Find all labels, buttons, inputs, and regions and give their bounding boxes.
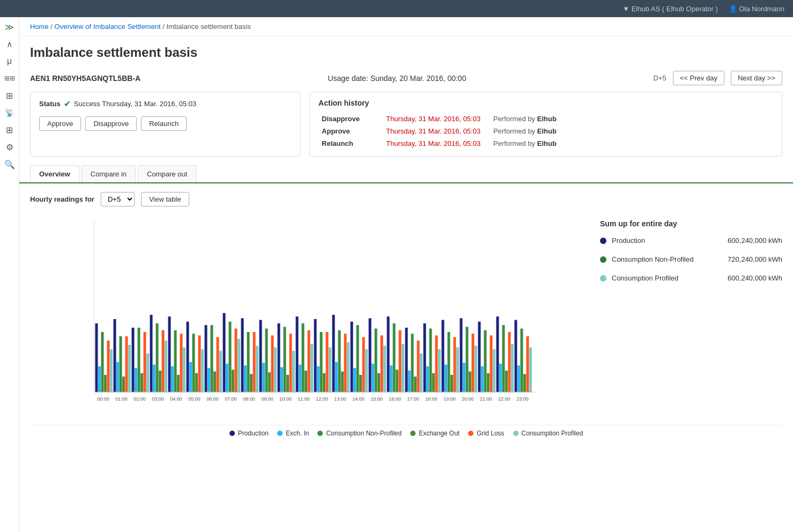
bar-segment <box>511 344 514 392</box>
sum-dot <box>600 238 606 244</box>
action-name: Relaunch <box>318 137 383 150</box>
bar-segment <box>198 335 201 392</box>
bar-segment <box>284 327 286 392</box>
bar-segment <box>521 329 523 392</box>
legend-item: Consumption Profiled <box>513 430 583 437</box>
sidebar-icon-search[interactable]: 🔍 <box>2 157 17 172</box>
sidebar-icon-data[interactable]: ⊞⊞ <box>2 71 17 86</box>
view-table-button[interactable]: View table <box>141 192 189 206</box>
bar-segment <box>241 318 244 392</box>
action-row: Relaunch Thursday, 31 Mar. 2016, 05:03 P… <box>318 137 773 150</box>
bar-segment <box>271 335 274 392</box>
bar-segment <box>265 329 268 392</box>
sidebar-icon-grid[interactable]: ⊞ <box>2 122 17 137</box>
bar-segment <box>226 364 228 392</box>
status-text: Success Thursday, 31 Mar. 2016, 05:03 <box>74 100 197 108</box>
bar-segment <box>375 329 377 392</box>
bar-segment <box>481 366 484 392</box>
bar-segment <box>250 374 253 392</box>
bar-segment <box>529 348 532 392</box>
bar-segment <box>369 318 372 392</box>
svg-text:01:00: 01:00 <box>115 396 128 402</box>
sidebar-icon-table[interactable]: ⊞ <box>2 88 17 103</box>
next-day-button[interactable]: Next day >> <box>731 71 782 85</box>
bar-segment <box>466 327 469 392</box>
tab-compare-out[interactable]: Compare out <box>138 165 196 182</box>
bar-segment <box>278 323 280 392</box>
bar-segment <box>405 328 408 392</box>
sidebar-icon-menu[interactable]: ≫ <box>2 19 17 34</box>
sidebar: ≫ ∧ μ ⊞⊞ ⊞ 📡 ⊞ ⚙ 🔍 <box>0 17 19 532</box>
bar-segment <box>128 345 131 392</box>
relaunch-button[interactable]: Relaunch <box>141 116 187 131</box>
bar-segment <box>435 335 438 392</box>
sum-title: Sum up for entire day <box>600 219 782 228</box>
bar-segment <box>156 323 159 392</box>
bar-segment <box>341 372 344 392</box>
company-dropdown-icon[interactable]: ▼ <box>622 5 629 13</box>
legend-dot <box>468 431 473 436</box>
hourly-label: Hourly readings for <box>30 195 94 203</box>
d-select[interactable]: D+5 D+1 D+2 D+3 D+4 <box>101 192 135 206</box>
bar-segment <box>140 373 143 392</box>
bar-segment <box>144 332 146 392</box>
tab-compare-in[interactable]: Compare in <box>81 165 136 182</box>
bar-segment <box>290 334 292 392</box>
bar-segment <box>460 318 463 392</box>
usage-date: Usage date: Sunday, 20 Mar. 2016, 00:00 <box>328 74 466 83</box>
bar-segment <box>211 325 213 392</box>
bar-segment <box>411 334 414 392</box>
bar-segment <box>456 348 459 392</box>
bar-segment <box>201 349 204 392</box>
bar-segment <box>508 332 511 392</box>
bar-segment <box>448 332 450 392</box>
status-panel: Status ✔ Success Thursday, 31 Mar. 2016,… <box>30 92 301 157</box>
bar-segment <box>104 375 107 392</box>
legend-dot <box>229 431 235 436</box>
bar-segment <box>444 365 447 392</box>
bar-segment <box>189 362 192 392</box>
topbar: ▼ Elhub AS ( Elhub Operator ) 👤 Ola Nord… <box>0 0 793 17</box>
svg-text:09:00: 09:00 <box>261 396 273 402</box>
sum-item-name: Production <box>612 237 722 245</box>
sidebar-icon-up[interactable]: ∧ <box>2 36 17 51</box>
chart-svg: 00:0001:0002:0003:0004:0005:0006:0007:00… <box>30 215 587 419</box>
bar-segment <box>138 328 140 392</box>
bar-chart: 00:0001:0002:0003:0004:0005:0006:0007:00… <box>30 215 587 420</box>
user-icon: 👤 <box>729 5 737 13</box>
sidebar-icon-settings[interactable]: ⚙ <box>2 139 17 154</box>
legend-item: Production <box>229 430 269 437</box>
sidebar-icon-process[interactable]: μ <box>2 54 17 69</box>
action-performer: Performed by Elhub <box>490 125 773 137</box>
chart-section: Hourly readings for D+5 D+1 D+2 D+3 D+4 … <box>19 183 793 450</box>
bar-segment <box>314 319 317 392</box>
action-history-title: Action history <box>318 99 773 107</box>
breadcrumb-home[interactable]: Home <box>30 23 49 31</box>
bar-segment <box>450 375 453 392</box>
sum-dot <box>600 256 606 263</box>
legend-label: Exchange Out <box>419 430 460 437</box>
bar-segment <box>442 320 444 392</box>
bar-segment <box>219 351 222 392</box>
bar-segment <box>515 320 517 392</box>
svg-text:06:00: 06:00 <box>206 396 219 402</box>
topbar-company: ▼ Elhub AS ( Elhub Operator ) <box>622 5 718 13</box>
sidebar-icon-antenna[interactable]: 📡 <box>2 105 17 120</box>
status-line: Status ✔ Success Thursday, 31 Mar. 2016,… <box>39 99 292 109</box>
prev-day-button[interactable]: << Prev day <box>673 71 724 85</box>
bar-segment <box>402 344 404 392</box>
bar-segment <box>359 375 362 392</box>
bar-segment <box>305 371 307 392</box>
bar-segment <box>280 367 283 392</box>
bar-segment <box>393 323 396 392</box>
breadcrumb-overview[interactable]: Overview of Imbalance Settlement <box>55 23 161 31</box>
bar-segment <box>195 373 198 392</box>
bar-segment <box>238 339 240 392</box>
bar-segment <box>110 349 113 392</box>
tab-overview[interactable]: Overview <box>30 165 79 182</box>
approve-button[interactable]: Approve <box>39 116 81 131</box>
info-bar: AEN1 RN50YH5AGNQTL5BB-A Usage date: Sund… <box>19 66 793 92</box>
disapprove-button[interactable]: Disapprove <box>85 116 137 131</box>
legend: Production Exch. In Consumption Non-Prof… <box>30 425 782 441</box>
action-row: Disapprove Thursday, 31 Mar. 2016, 05:03… <box>318 113 773 125</box>
